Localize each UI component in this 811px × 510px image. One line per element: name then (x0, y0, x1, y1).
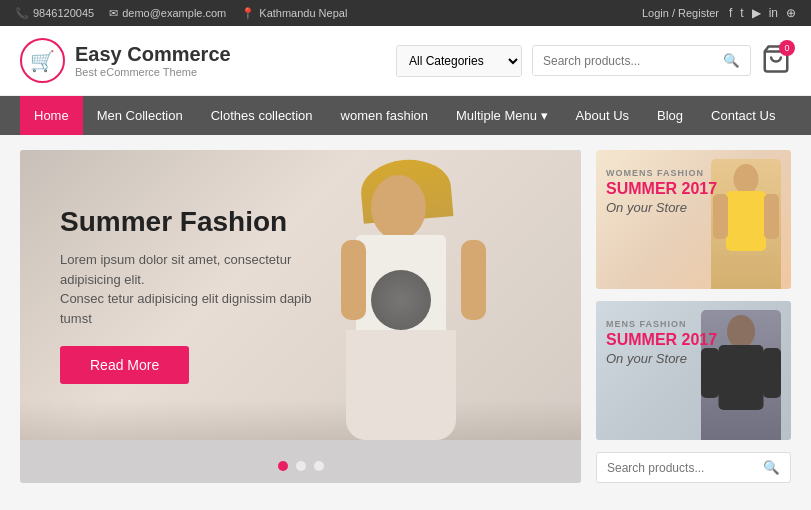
email-icon: ✉ (109, 7, 118, 20)
slider-desc-line1: Lorem ipsum dolor sit amet, consectetur … (60, 252, 291, 287)
banner-womens-person (711, 159, 781, 289)
nav-item-blog[interactable]: Blog (643, 96, 697, 135)
nav-item-men[interactable]: Men Collection (83, 96, 197, 135)
nav-item-contact[interactable]: Contact Us (697, 96, 789, 135)
slider-dot-1[interactable] (278, 461, 288, 471)
main-nav: Home Men Collection Clothes collection w… (0, 96, 811, 135)
nav-item-home[interactable]: Home (20, 96, 83, 135)
nav-item-about[interactable]: About Us (562, 96, 643, 135)
banner-mens-text: MENS FASHION SUMMER 2017 On your Store (606, 319, 717, 366)
model-figure (341, 160, 501, 440)
category-dropdown[interactable]: All Categories Men Collection Women Fash… (397, 46, 521, 76)
model-skirt (346, 330, 456, 440)
linkedin-icon[interactable]: in (769, 6, 778, 20)
banner-mens[interactable]: MENS FASHION SUMMER 2017 On your Store (596, 301, 791, 440)
header-right: All Categories Men Collection Women Fash… (396, 44, 791, 78)
model-left-arm (341, 240, 366, 320)
site-tagline: Best eCommerce Theme (75, 66, 231, 78)
banner-mens-subtitle: On your Store (606, 351, 717, 366)
location-icon: 📍 (241, 7, 255, 20)
banner-mens-category: MENS FASHION (606, 319, 717, 329)
top-bar: 📞 9846120045 ✉ demo@example.com 📍 Kathma… (0, 0, 811, 26)
side-banners: WOMENS FASHION SUMMER 2017 On your Store… (596, 150, 791, 483)
logo-text: Easy Commerce Best eCommerce Theme (75, 43, 231, 78)
slider-text: Summer Fashion Lorem ipsum dolor sit ame… (60, 206, 320, 384)
banner-womens-category: WOMENS FASHION (606, 168, 717, 178)
banner-mens-title: SUMMER 2017 (606, 331, 717, 349)
phone-icon: 📞 (15, 7, 29, 20)
slider-dots (278, 461, 324, 471)
phone-number: 9846120045 (33, 7, 94, 19)
search-icon: 🔍 (723, 53, 740, 68)
banner-womens-subtitle: On your Store (606, 200, 717, 215)
model-right-arm (461, 240, 486, 320)
email-info: ✉ demo@example.com (109, 7, 226, 20)
category-select[interactable]: All Categories Men Collection Women Fash… (396, 45, 522, 77)
banner-womens-text: WOMENS FASHION SUMMER 2017 On your Store (606, 168, 717, 215)
header-search-input[interactable] (533, 47, 713, 75)
slider-dot-2[interactable] (296, 461, 306, 471)
logo-icon: 🛒 (20, 38, 65, 83)
slider-dot-3[interactable] (314, 461, 324, 471)
slider-background: Summer Fashion Lorem ipsum dolor sit ame… (20, 150, 581, 440)
twitter-icon[interactable]: t (740, 6, 743, 20)
map-icon[interactable]: ⊕ (786, 6, 796, 20)
slider-description: Lorem ipsum dolor sit amet, consectetur … (60, 250, 320, 328)
location-info: 📍 Kathmandu Nepal (241, 7, 347, 20)
read-more-button[interactable]: Read More (60, 346, 189, 384)
header-search-button[interactable]: 🔍 (713, 46, 750, 75)
top-bar-left: 📞 9846120045 ✉ demo@example.com 📍 Kathma… (15, 7, 347, 20)
model-area (301, 155, 531, 440)
header-search-box: 🔍 (532, 45, 751, 76)
youtube-icon[interactable]: ▶ (752, 6, 761, 20)
email-address: demo@example.com (122, 7, 226, 19)
header: 🛒 Easy Commerce Best eCommerce Theme All… (0, 26, 811, 96)
cart-icon[interactable]: 0 (761, 44, 791, 78)
slider-desc-line2: Consec tetur adipisicing elit dignissim … (60, 291, 311, 326)
site-name: Easy Commerce (75, 43, 231, 66)
side-search-box: 🔍 (596, 452, 791, 483)
banner-womens[interactable]: WOMENS FASHION SUMMER 2017 On your Store (596, 150, 791, 289)
logo: 🛒 Easy Commerce Best eCommerce Theme (20, 38, 231, 83)
facebook-icon[interactable]: f (729, 6, 732, 20)
side-search-input[interactable] (597, 454, 753, 482)
side-search-button[interactable]: 🔍 (753, 453, 790, 482)
location-text: Kathmandu Nepal (259, 7, 347, 19)
side-search-icon: 🔍 (763, 460, 780, 475)
social-icons: f t ▶ in ⊕ (729, 6, 796, 20)
banner-womens-title: SUMMER 2017 (606, 180, 717, 198)
login-register-link[interactable]: Login / Register (642, 7, 719, 19)
top-bar-right: Login / Register f t ▶ in ⊕ (642, 6, 796, 20)
model-head (371, 175, 426, 240)
phone-info: 📞 9846120045 (15, 7, 94, 20)
slider-title: Summer Fashion (60, 206, 320, 238)
model-necklace (371, 270, 431, 330)
nav-item-multiple[interactable]: Multiple Menu ▾ (442, 96, 562, 135)
nav-item-clothes[interactable]: Clothes collection (197, 96, 327, 135)
main-content: Summer Fashion Lorem ipsum dolor sit ame… (0, 135, 811, 498)
nav-item-women[interactable]: women fashion (327, 96, 442, 135)
hero-slider: Summer Fashion Lorem ipsum dolor sit ame… (20, 150, 581, 483)
cart-badge: 0 (779, 40, 795, 56)
